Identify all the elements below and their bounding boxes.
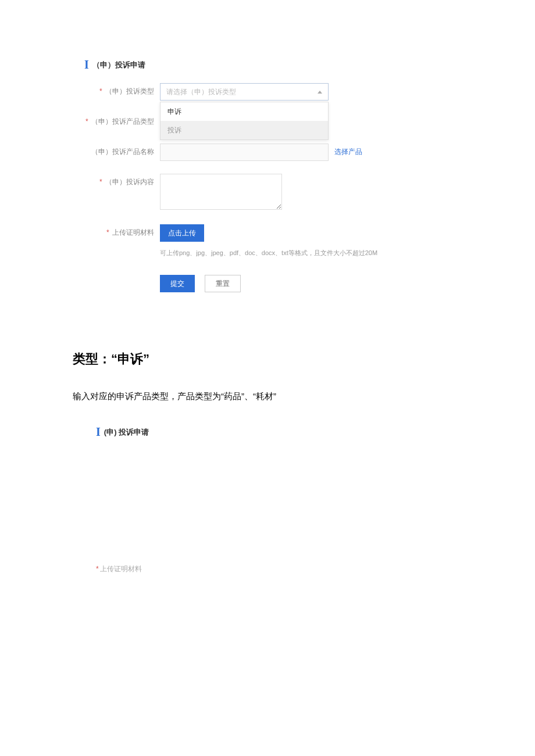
row-upload-2: *上传证明材料: [96, 561, 456, 574]
control-product-name: [160, 144, 329, 161]
label-upload: * 上传证明材料: [84, 224, 154, 238]
label-product-type: * （申）投诉产品类型: [84, 113, 154, 127]
control-complaint-type: 请选择（申）投诉类型 申诉 投诉: [160, 83, 329, 101]
select-complaint-type[interactable]: 请选择（申）投诉类型: [160, 83, 329, 101]
form-section-1: I （申）投诉申请 * （申）投诉类型 请选择（申）投诉类型 申诉 投诉 * （…: [84, 58, 462, 292]
label-content: * （申）投诉内容: [84, 174, 154, 187]
label-complaint-type: * （申）投诉类型: [84, 83, 154, 96]
dropdown-panel: 申诉 投诉: [160, 102, 329, 140]
required-mark-icon: *: [85, 117, 88, 126]
doc-paragraph: 输入对应的申诉产品类型，产品类型为“药品”、“耗材”: [73, 391, 535, 402]
section-title-text: （申）投诉申请: [92, 60, 145, 70]
title-mark-icon: I: [84, 58, 89, 71]
title-mark-icon: I: [96, 425, 101, 439]
doc-heading: 类型：“申诉”: [73, 350, 535, 368]
upload-hint: 可上传png、jpg、jpeg、pdf、doc、docx、txt等格式，且文件大…: [160, 249, 377, 257]
row-upload: * 上传证明材料 点击上传 可上传png、jpg、jpeg、pdf、doc、do…: [84, 224, 462, 292]
upload-button[interactable]: 点击上传: [160, 224, 204, 242]
input-product-name[interactable]: [160, 144, 329, 161]
dropdown-option[interactable]: 投诉: [160, 121, 328, 139]
required-mark-icon: *: [99, 178, 102, 186]
select-product-link[interactable]: 选择产品: [334, 144, 362, 157]
control-upload: 点击上传 可上传png、jpg、jpeg、pdf、doc、docx、txt等格式…: [160, 224, 377, 292]
submit-button[interactable]: 提交: [160, 275, 195, 292]
control-content: [160, 174, 282, 212]
dropdown-option[interactable]: 申诉: [160, 102, 328, 121]
row-content: * （申）投诉内容: [84, 174, 462, 212]
required-mark-icon: *: [96, 565, 99, 573]
button-row: 提交 重置: [160, 275, 377, 292]
row-complaint-type: * （申）投诉类型 请选择（申）投诉类型 申诉 投诉: [84, 83, 462, 101]
chevron-up-icon: [318, 91, 322, 94]
section-title: I （申）投诉申请: [84, 58, 462, 71]
row-product-name: （申）投诉产品名称 选择产品: [84, 144, 462, 161]
form-section-2: I (申) 投诉申请 *上传证明材料: [96, 425, 456, 574]
blank-form-area: [96, 450, 456, 555]
section-title-2: I (申) 投诉申请: [96, 425, 456, 439]
section-title-text-2: (申) 投诉申请: [104, 427, 149, 438]
label-product-name: （申）投诉产品名称: [84, 144, 154, 157]
select-placeholder: 请选择（申）投诉类型: [166, 87, 236, 97]
reset-button[interactable]: 重置: [205, 275, 241, 292]
required-mark-icon: *: [106, 228, 109, 237]
textarea-content[interactable]: [160, 174, 282, 210]
required-mark-icon: *: [99, 87, 102, 95]
label-upload-2: *上传证明材料: [96, 561, 142, 574]
